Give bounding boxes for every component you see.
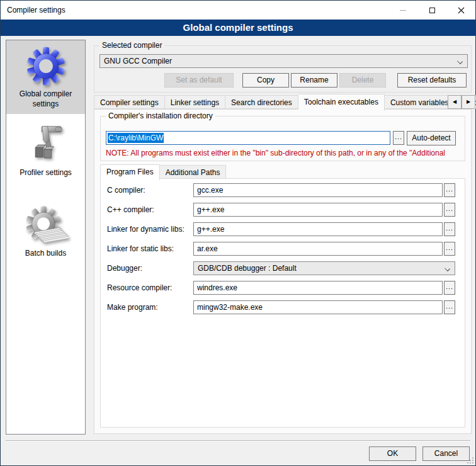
field-label: Make program: — [107, 303, 193, 312]
sidebar-item-label: Profiler settings — [8, 168, 84, 178]
gray-gear-papers-icon — [23, 205, 69, 246]
static-linker-row: Linker for static libs: ... — [107, 242, 455, 256]
dialog-header: Global compiler settings — [1, 20, 475, 36]
programs-tabstrip: Program Files Additional Paths — [100, 164, 226, 179]
make-program-row: Make program: ... — [107, 300, 455, 314]
c-compiler-input[interactable] — [193, 183, 443, 197]
sidebar-item-global-compiler-settings[interactable]: Global compiler settings — [6, 40, 85, 114]
tab-additional-paths[interactable]: Additional Paths — [160, 165, 227, 179]
page-title: Global compiler settings — [183, 22, 293, 33]
selected-compiler-legend: Selected compiler — [99, 41, 164, 50]
installation-directory-input[interactable]: C:\raylib\MinGW — [106, 131, 390, 145]
caliper-icon — [24, 123, 68, 167]
compiler-select-value: GNU GCC Compiler — [104, 57, 172, 65]
selected-compiler-group: Selected compiler GNU GCC Compiler Set a… — [94, 45, 472, 93]
right-arrow-icon: ▶ — [467, 99, 470, 105]
browse-button[interactable]: ... — [444, 222, 455, 236]
note-text: NOTE: All programs must exist either in … — [106, 149, 462, 157]
minimize-button[interactable] — [388, 1, 417, 20]
close-icon — [458, 7, 465, 14]
resource-compiler-input[interactable] — [193, 281, 443, 295]
titlebar: Compiler settings — [1, 1, 475, 20]
field-label: Linker for dynamic libs: — [107, 225, 193, 234]
set-as-default-button[interactable]: Set as default — [164, 73, 234, 88]
dynamic-linker-row: Linker for dynamic libs: ... — [107, 222, 455, 236]
tab-search-directories[interactable]: Search directories — [225, 95, 298, 109]
dynamic-linker-input[interactable] — [193, 222, 443, 236]
cpp-compiler-row: C++ compiler: ... — [107, 203, 455, 217]
browse-button[interactable]: ... — [444, 281, 455, 295]
browse-button[interactable]: ... — [444, 183, 455, 197]
tab-scroll-right-button[interactable]: ▶ — [462, 95, 475, 109]
field-label: C compiler: — [107, 186, 193, 195]
resize-grip[interactable] — [467, 457, 474, 464]
program-files-form: C compiler: ... C++ compiler: ... Linker… — [101, 179, 465, 314]
static-linker-input[interactable] — [193, 242, 443, 256]
browse-button[interactable]: ... — [444, 203, 455, 217]
selected-path-text: C:\raylib\MinGW — [108, 133, 164, 143]
sidebar-item-batch-builds[interactable]: Batch builds — [6, 200, 85, 264]
left-arrow-icon: ◀ — [453, 99, 456, 105]
resource-compiler-row: Resource compiler: ... — [107, 281, 455, 295]
settings-tabstrip: Compiler settings Linker settings Search… — [94, 94, 476, 109]
make-program-input[interactable] — [193, 300, 443, 314]
field-label: Linker for static libs: — [107, 244, 193, 253]
cpp-compiler-input[interactable] — [193, 203, 443, 217]
maximize-icon — [429, 8, 435, 13]
tab-toolchain-executables[interactable]: Toolchain executables — [298, 94, 385, 111]
browse-button[interactable]: ... — [444, 300, 455, 314]
debugger-row: Debugger: GDB/CDB debugger : Default — [107, 261, 455, 275]
tab-program-files[interactable]: Program Files — [100, 164, 160, 180]
blue-gear-icon — [25, 45, 67, 87]
delete-button[interactable]: Delete — [339, 73, 386, 88]
tab-scroll-left-button[interactable]: ◀ — [448, 95, 462, 109]
field-label: C++ compiler: — [107, 205, 193, 214]
copy-button[interactable]: Copy — [242, 73, 289, 88]
sidebar: Global compiler settings — [6, 40, 86, 435]
tab-custom-variables[interactable]: Custom variables — [385, 95, 455, 109]
tab-linker-settings[interactable]: Linker settings — [165, 95, 225, 109]
tab-compiler-settings[interactable]: Compiler settings — [94, 95, 165, 109]
browse-directory-button[interactable]: ... — [393, 131, 404, 145]
sidebar-item-profiler-settings[interactable]: Profiler settings — [6, 119, 85, 183]
rename-button[interactable]: Rename — [291, 73, 337, 88]
installation-directory-group: Compiler's installation directory C:\ray… — [100, 116, 465, 161]
program-files-panel: C compiler: ... C++ compiler: ... Linker… — [100, 178, 465, 428]
debugger-select-value: GDB/CDB debugger : Default — [198, 264, 297, 273]
debugger-select[interactable]: GDB/CDB debugger : Default — [193, 261, 455, 275]
reset-defaults-button[interactable]: Reset defaults — [397, 73, 467, 88]
browse-button[interactable]: ... — [444, 242, 455, 256]
footer-separator — [6, 440, 470, 441]
compiler-buttons-row: Set as default Copy Rename Delete Reset … — [94, 73, 467, 88]
installation-directory-legend: Compiler's installation directory — [106, 111, 215, 120]
ok-button[interactable]: OK — [369, 446, 416, 461]
chevron-down-icon — [457, 59, 463, 64]
minimize-icon — [400, 10, 406, 11]
window-title: Compiler settings — [7, 1, 65, 20]
maximize-button[interactable] — [417, 1, 446, 20]
compiler-settings-window: Compiler settings Global compiler settin… — [0, 0, 476, 466]
sidebar-item-label: Batch builds — [8, 249, 84, 259]
toolchain-executables-panel: Compiler's installation directory C:\ray… — [94, 109, 472, 434]
c-compiler-row: C compiler: ... — [107, 183, 455, 197]
compiler-select[interactable]: GNU GCC Compiler — [99, 54, 468, 68]
close-button[interactable] — [446, 1, 475, 20]
auto-detect-button[interactable]: Auto-detect — [407, 131, 456, 145]
chevron-down-icon — [445, 266, 450, 271]
field-label: Resource compiler: — [107, 283, 193, 292]
cancel-button[interactable]: Cancel — [422, 446, 470, 461]
sidebar-item-label: Global compiler settings — [8, 89, 84, 109]
field-label: Debugger: — [107, 264, 193, 273]
